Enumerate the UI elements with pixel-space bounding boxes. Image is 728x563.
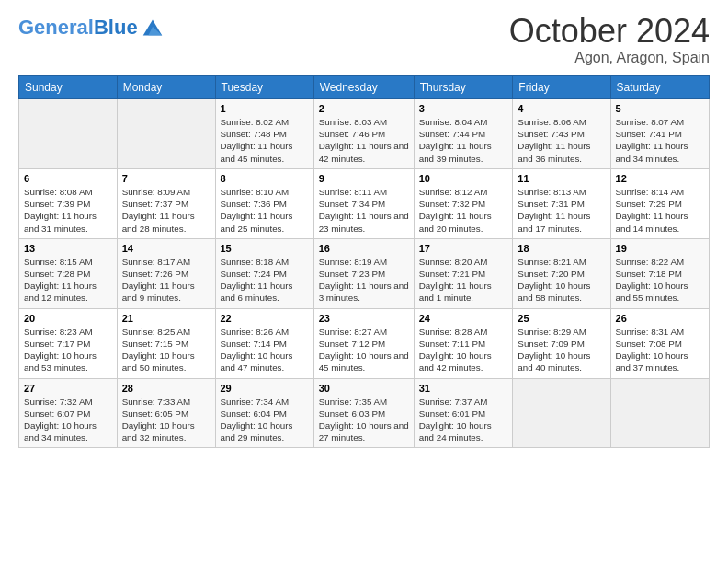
day-info: Sunrise: 8:31 AMSunset: 7:08 PMDaylight:… (616, 326, 704, 374)
header: GeneralBlue October 2024 Agon, Aragon, S… (18, 15, 710, 66)
day-info: Sunrise: 8:29 AMSunset: 7:09 PMDaylight:… (518, 326, 605, 374)
day-cell (117, 99, 215, 169)
day-number: 6 (24, 173, 112, 184)
day-number: 13 (24, 243, 112, 254)
day-number: 18 (518, 243, 605, 254)
weekday-header-thursday: Thursday (414, 76, 513, 99)
logo-general: General (18, 16, 94, 39)
day-number: 14 (122, 243, 210, 254)
week-row-2: 6Sunrise: 8:08 AMSunset: 7:39 PMDaylight… (19, 168, 710, 238)
day-number: 28 (122, 383, 210, 394)
day-info: Sunrise: 8:08 AMSunset: 7:39 PMDaylight:… (24, 186, 112, 235)
day-info: Sunrise: 8:12 AMSunset: 7:32 PMDaylight:… (419, 186, 508, 235)
day-cell: 21Sunrise: 8:25 AMSunset: 7:15 PMDayligh… (117, 308, 215, 378)
day-number: 4 (518, 103, 605, 114)
day-cell: 23Sunrise: 8:27 AMSunset: 7:12 PMDayligh… (313, 308, 414, 378)
day-info: Sunrise: 7:32 AMSunset: 6:07 PMDaylight:… (24, 396, 112, 444)
day-info: Sunrise: 8:26 AMSunset: 7:14 PMDaylight:… (221, 326, 309, 374)
day-info: Sunrise: 8:22 AMSunset: 7:18 PMDaylight:… (616, 256, 704, 304)
day-info: Sunrise: 8:09 AMSunset: 7:37 PMDaylight:… (122, 186, 210, 235)
day-cell: 29Sunrise: 7:34 AMSunset: 6:04 PMDayligh… (215, 378, 313, 448)
day-info: Sunrise: 8:03 AMSunset: 7:46 PMDaylight:… (319, 116, 409, 165)
day-cell: 13Sunrise: 8:15 AMSunset: 7:28 PMDayligh… (19, 238, 118, 308)
weekday-header-sunday: Sunday (19, 76, 118, 99)
day-number: 21 (122, 313, 210, 324)
day-info: Sunrise: 8:17 AMSunset: 7:26 PMDaylight:… (122, 256, 210, 304)
weekday-header-friday: Friday (513, 76, 610, 99)
day-cell: 5Sunrise: 8:07 AMSunset: 7:41 PMDaylight… (610, 99, 709, 169)
day-number: 27 (24, 383, 112, 394)
day-number: 17 (419, 243, 508, 254)
day-cell (513, 378, 610, 448)
day-number: 19 (616, 243, 704, 254)
day-cell: 1Sunrise: 8:02 AMSunset: 7:48 PMDaylight… (215, 99, 313, 169)
day-cell: 24Sunrise: 8:28 AMSunset: 7:11 PMDayligh… (414, 308, 513, 378)
day-cell (19, 99, 118, 169)
day-number: 26 (616, 313, 704, 324)
day-cell: 16Sunrise: 8:19 AMSunset: 7:23 PMDayligh… (313, 238, 414, 308)
day-cell: 10Sunrise: 8:12 AMSunset: 7:32 PMDayligh… (414, 168, 513, 238)
day-info: Sunrise: 8:25 AMSunset: 7:15 PMDaylight:… (122, 326, 210, 374)
day-cell (610, 378, 709, 448)
day-number: 31 (419, 383, 508, 394)
weekday-header-row: SundayMondayTuesdayWednesdayThursdayFrid… (19, 76, 710, 99)
day-info: Sunrise: 8:20 AMSunset: 7:21 PMDaylight:… (419, 256, 508, 304)
day-number: 11 (518, 173, 605, 184)
day-cell: 20Sunrise: 8:23 AMSunset: 7:17 PMDayligh… (19, 308, 118, 378)
day-cell: 22Sunrise: 8:26 AMSunset: 7:14 PMDayligh… (215, 308, 313, 378)
day-info: Sunrise: 8:13 AMSunset: 7:31 PMDaylight:… (518, 186, 605, 235)
day-cell: 7Sunrise: 8:09 AMSunset: 7:37 PMDaylight… (117, 168, 215, 238)
day-info: Sunrise: 8:10 AMSunset: 7:36 PMDaylight:… (221, 186, 309, 235)
day-info: Sunrise: 7:35 AMSunset: 6:03 PMDaylight:… (319, 396, 409, 444)
day-cell: 18Sunrise: 8:21 AMSunset: 7:20 PMDayligh… (513, 238, 610, 308)
day-number: 12 (616, 173, 704, 184)
day-number: 20 (24, 313, 112, 324)
day-cell: 25Sunrise: 8:29 AMSunset: 7:09 PMDayligh… (513, 308, 610, 378)
logo-text: GeneralBlue (18, 17, 138, 38)
day-cell: 12Sunrise: 8:14 AMSunset: 7:29 PMDayligh… (610, 168, 709, 238)
page: GeneralBlue October 2024 Agon, Aragon, S… (0, 0, 728, 563)
day-info: Sunrise: 8:07 AMSunset: 7:41 PMDaylight:… (616, 116, 704, 165)
day-number: 3 (419, 103, 508, 114)
week-row-1: 1Sunrise: 8:02 AMSunset: 7:48 PMDaylight… (19, 99, 710, 169)
day-number: 15 (221, 243, 309, 254)
logo-blue: Blue (94, 16, 138, 39)
week-row-5: 27Sunrise: 7:32 AMSunset: 6:07 PMDayligh… (19, 378, 710, 448)
day-info: Sunrise: 8:06 AMSunset: 7:43 PMDaylight:… (518, 116, 605, 165)
day-number: 9 (319, 173, 409, 184)
week-row-3: 13Sunrise: 8:15 AMSunset: 7:28 PMDayligh… (19, 238, 710, 308)
day-cell: 31Sunrise: 7:37 AMSunset: 6:01 PMDayligh… (414, 378, 513, 448)
logo-icon (140, 15, 165, 40)
day-number: 10 (419, 173, 508, 184)
day-info: Sunrise: 8:23 AMSunset: 7:17 PMDaylight:… (24, 326, 112, 374)
day-number: 16 (319, 243, 409, 254)
day-info: Sunrise: 7:34 AMSunset: 6:04 PMDaylight:… (221, 396, 309, 444)
month-title: October 2024 (509, 15, 710, 48)
weekday-header-monday: Monday (117, 76, 215, 99)
location-title: Agon, Aragon, Spain (509, 50, 710, 66)
day-number: 29 (221, 383, 309, 394)
logo: GeneralBlue (18, 15, 165, 40)
day-cell: 2Sunrise: 8:03 AMSunset: 7:46 PMDaylight… (313, 99, 414, 169)
day-cell: 6Sunrise: 8:08 AMSunset: 7:39 PMDaylight… (19, 168, 118, 238)
day-cell: 17Sunrise: 8:20 AMSunset: 7:21 PMDayligh… (414, 238, 513, 308)
day-info: Sunrise: 8:28 AMSunset: 7:11 PMDaylight:… (419, 326, 508, 374)
day-info: Sunrise: 7:33 AMSunset: 6:05 PMDaylight:… (122, 396, 210, 444)
day-cell: 30Sunrise: 7:35 AMSunset: 6:03 PMDayligh… (313, 378, 414, 448)
day-number: 23 (319, 313, 409, 324)
day-cell: 26Sunrise: 8:31 AMSunset: 7:08 PMDayligh… (610, 308, 709, 378)
day-cell: 19Sunrise: 8:22 AMSunset: 7:18 PMDayligh… (610, 238, 709, 308)
day-number: 5 (616, 103, 704, 114)
day-cell: 28Sunrise: 7:33 AMSunset: 6:05 PMDayligh… (117, 378, 215, 448)
day-cell: 4Sunrise: 8:06 AMSunset: 7:43 PMDaylight… (513, 99, 610, 169)
day-cell: 15Sunrise: 8:18 AMSunset: 7:24 PMDayligh… (215, 238, 313, 308)
day-number: 2 (319, 103, 409, 114)
calendar-table: SundayMondayTuesdayWednesdayThursdayFrid… (18, 75, 710, 448)
weekday-header-saturday: Saturday (610, 76, 709, 99)
weekday-header-wednesday: Wednesday (313, 76, 414, 99)
day-cell: 9Sunrise: 8:11 AMSunset: 7:34 PMDaylight… (313, 168, 414, 238)
day-number: 24 (419, 313, 508, 324)
day-info: Sunrise: 8:11 AMSunset: 7:34 PMDaylight:… (319, 186, 409, 235)
day-cell: 14Sunrise: 8:17 AMSunset: 7:26 PMDayligh… (117, 238, 215, 308)
title-block: October 2024 Agon, Aragon, Spain (509, 15, 710, 66)
